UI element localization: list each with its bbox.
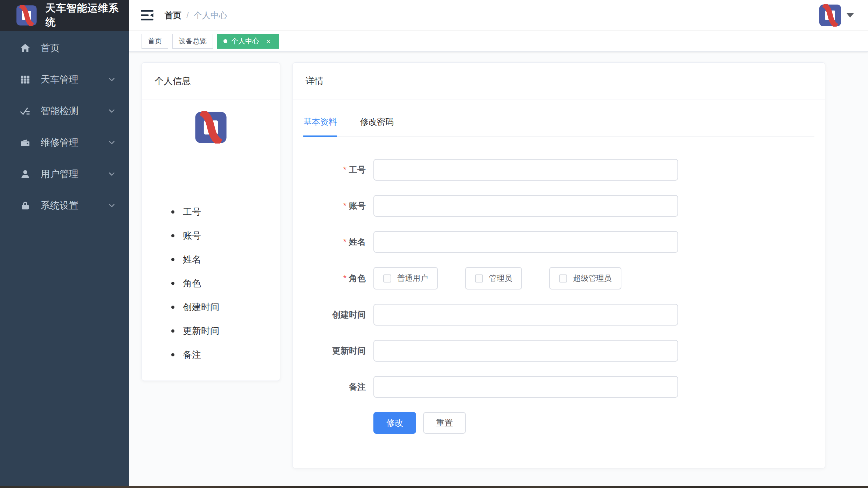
name-input[interactable] [373,231,678,253]
detail-form: *工号*账号*姓名*角色普通用户管理员超级管理员创建时间更新时间备注修改重置 [303,159,814,434]
profile-field-item: 备注 [171,349,280,360]
profile-field-label: 创建时间 [183,301,219,313]
form-actions-row: 修改重置 [303,412,814,434]
sidebar-item-label: 维修管理 [41,136,78,149]
field-label-account: *账号 [303,200,373,211]
required-asterisk: * [343,201,346,210]
profile-field-list: 工号账号姓名角色创建时间更新时间备注 [142,207,280,360]
grid-icon [20,74,31,85]
tag-label: 个人中心 [231,36,259,46]
tag-home[interactable]: 首页 [142,34,168,49]
chevron-down-icon [107,75,116,84]
checkbox-admin[interactable]: 管理员 [465,267,522,290]
sidebar-item-home[interactable]: 首页 [0,32,129,64]
account-input[interactable] [373,195,678,217]
tag-label: 设备总览 [179,36,207,46]
profile-card-body: 工号账号姓名角色创建时间更新时间备注 [142,99,280,360]
detail-tabs: 基本资料修改密码 [303,99,814,137]
sidebar-item-label: 系统设置 [41,199,78,212]
tag-personal-center[interactable]: 个人中心× [217,34,279,49]
field-label-update-time: 更新时间 [303,345,373,356]
sidebar-item-label: 智能检测 [41,105,78,117]
field-control-create-time [373,304,678,326]
profile-field-label: 工号 [183,206,201,218]
chevron-down-icon [107,201,116,210]
checkbox-super-admin[interactable]: 超级管理员 [549,267,621,290]
close-icon[interactable]: × [264,37,273,46]
form-row-update-time: 更新时间 [303,340,814,362]
tab-basic-info[interactable]: 基本资料 [303,116,337,137]
form-row-employee-id: *工号 [303,159,814,181]
field-label-name: *姓名 [303,236,373,248]
sidebar-item-crane-mgmt[interactable]: 天车管理 [0,64,129,95]
tag-device-overview[interactable]: 设备总览 [172,34,213,49]
form-row-account: *账号 [303,195,814,217]
field-control-role: 普通用户管理员超级管理员 [373,267,678,290]
sidebar-item-detect[interactable]: 智能检测 [0,95,129,127]
field-label-role: *角色 [303,273,373,284]
breadcrumb-home-link[interactable]: 首页 [165,10,181,21]
required-asterisk: * [343,273,346,283]
user-avatar[interactable] [819,4,841,27]
lock-icon [20,200,31,211]
field-label-employee-id: *工号 [303,164,373,175]
sidebar-item-user-mgmt[interactable]: 用户管理 [0,158,129,190]
main-area: 首页 / 个人中心 首页设备总览个人中心× 个人信息 工号账号姓名角色创建时间更… [129,0,868,486]
bullet-icon [171,329,174,333]
profile-field-item: 工号 [171,207,280,217]
app-title: 天车智能运维系统 [46,1,129,29]
field-control-employee-id [373,159,678,181]
sidebar-item-repair[interactable]: 维修管理 [0,127,129,158]
profile-field-label: 角色 [183,277,201,290]
sidebar-item-settings[interactable]: 系统设置 [0,190,129,221]
profile-field-item: 姓名 [171,254,280,265]
profile-field-label: 备注 [183,349,201,361]
detail-card-body: 基本资料修改密码 *工号*账号*姓名*角色普通用户管理员超级管理员创建时间更新时… [293,99,825,434]
field-label-remark: 备注 [303,381,373,392]
modify-button[interactable]: 修改 [373,412,416,434]
required-asterisk: * [343,165,346,174]
employee-id-input[interactable] [373,159,678,181]
detail-card-title: 详情 [293,63,825,99]
breadcrumb: 首页 / 个人中心 [165,10,227,21]
create-time-input[interactable] [373,304,678,326]
checkbox-box-icon [383,274,391,283]
remark-input[interactable] [373,376,678,398]
tab-change-password[interactable]: 修改密码 [360,116,394,137]
app-logo-bar[interactable]: 天车智能运维系统 [0,0,129,31]
user-menu[interactable] [819,4,854,27]
form-row-role: *角色普通用户管理员超级管理员 [303,267,814,290]
profile-card-title: 个人信息 [142,63,280,99]
sidebar: 天车智能运维系统 首页天车管理智能检测维修管理用户管理系统设置 [0,0,129,486]
content-area: 个人信息 工号账号姓名角色创建时间更新时间备注 详情 基本资料修改密码 *工号*… [129,52,868,486]
form-row-create-time: 创建时间 [303,304,814,326]
screen-bottom-edge [0,486,868,488]
bullet-icon [171,210,174,214]
update-time-input[interactable] [373,340,678,362]
chevron-down-icon [107,169,116,179]
bullet-icon [171,353,174,356]
detail-card: 详情 基本资料修改密码 *工号*账号*姓名*角色普通用户管理员超级管理员创建时间… [292,62,825,468]
profile-field-label: 姓名 [183,253,201,266]
field-control-name [373,231,678,253]
profile-field-item: 创建时间 [171,302,280,312]
checkbox-label: 超级管理员 [573,273,612,284]
chevron-down-icon [107,138,116,147]
bullet-icon [171,258,174,261]
user-icon [20,168,31,180]
app-root: 天车智能运维系统 首页天车管理智能检测维修管理用户管理系统设置 首页 / 个人中… [0,0,868,486]
sidebar-menu: 首页天车管理智能检测维修管理用户管理系统设置 [0,31,129,221]
checkbox-label: 管理员 [489,273,512,284]
reset-button[interactable]: 重置 [423,412,466,434]
sidebar-collapse-icon[interactable] [139,8,155,23]
toolbox-icon [20,137,31,148]
active-tag-dot [223,39,227,43]
bullet-icon [171,306,174,309]
form-row-remark: 备注 [303,376,814,398]
profile-field-item: 角色 [171,278,280,288]
checkbox-box-icon [559,274,567,283]
home-icon [20,42,31,54]
profile-avatar [195,111,227,144]
checkbox-normal-user[interactable]: 普通用户 [373,267,438,290]
tags-view-bar: 首页设备总览个人中心× [129,31,868,52]
